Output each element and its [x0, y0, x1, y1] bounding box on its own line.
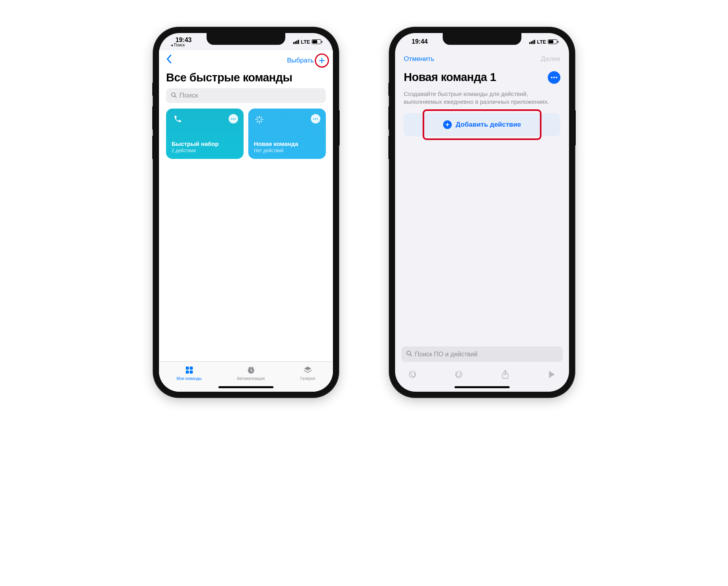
notch	[443, 33, 521, 45]
home-indicator[interactable]	[395, 382, 569, 392]
phone-mockup-right: 19:44 LTE Отменить Далее Новая команда 1…	[390, 28, 575, 397]
mute-switch	[388, 83, 390, 96]
search-placeholder: Поиск	[179, 92, 198, 100]
tile-more-button[interactable]: •••	[229, 114, 238, 123]
battery-icon	[548, 39, 557, 44]
shortcut-tile-speed-dial[interactable]: ••• Быстрый набор 2 действия	[166, 109, 244, 159]
shortcuts-grid: ••• Быстрый набор 2 действия •••	[159, 109, 333, 159]
description-text: Создавайте быстрые команды для действий,…	[395, 86, 569, 113]
select-button[interactable]: Выбрать	[287, 57, 314, 64]
network-label: LTE	[301, 39, 310, 45]
search-placeholder: Поиск ПО и действий	[415, 351, 477, 358]
search-icon	[406, 350, 412, 358]
tab-bar: Мои команды Автоматизация Галерея	[159, 361, 333, 382]
search-input[interactable]: Поиск	[166, 88, 326, 103]
tab-label: Автоматизация	[237, 376, 265, 381]
add-shortcut-button[interactable]: +	[319, 55, 325, 66]
add-action-label: Добавить действие	[456, 121, 521, 129]
notch	[207, 33, 285, 45]
mute-switch	[152, 83, 154, 96]
nav-bar: Выбрать +	[159, 50, 333, 70]
svg-rect-11	[190, 367, 193, 370]
phone-mockup-left: 19:43 ◂ Поиск LTE Выбрать +	[153, 28, 338, 397]
tab-gallery[interactable]: Галерея	[300, 365, 315, 381]
battery-icon	[312, 39, 321, 44]
clock-icon	[246, 365, 256, 375]
tile-subtitle: 2 действия	[172, 148, 238, 153]
plus-circle-icon: +	[443, 120, 452, 129]
undo-button[interactable]	[407, 369, 418, 380]
stack-icon	[303, 365, 313, 375]
power-button	[574, 110, 576, 146]
svg-rect-13	[190, 370, 193, 374]
svg-line-9	[261, 117, 262, 118]
next-button[interactable]: Далее	[541, 55, 560, 63]
run-button[interactable]	[546, 369, 557, 380]
svg-line-16	[410, 354, 412, 356]
breadcrumb-back-app[interactable]: ◂ Поиск	[168, 43, 185, 47]
shortcut-tile-new-command[interactable]: ••• Новая команда Нет действий	[248, 109, 326, 159]
add-action-button[interactable]: + Добавить действие	[404, 113, 560, 136]
svg-line-1	[175, 96, 176, 98]
redo-button[interactable]	[453, 369, 464, 380]
wand-icon	[254, 114, 265, 125]
power-button	[338, 110, 340, 146]
tab-my-shortcuts[interactable]: Мои команды	[177, 365, 201, 381]
home-indicator[interactable]	[159, 382, 333, 392]
shortcut-settings-button[interactable]	[548, 71, 560, 84]
volume-up	[152, 106, 154, 130]
svg-line-7	[261, 121, 262, 122]
grid-icon	[184, 365, 194, 375]
nav-bar: Отменить Далее	[395, 50, 569, 65]
search-icon	[171, 92, 177, 100]
tile-title: Быстрый набор	[172, 140, 238, 147]
svg-line-6	[257, 117, 258, 118]
cancel-button[interactable]: Отменить	[404, 55, 434, 63]
page-title: Все быстрые команды	[159, 70, 333, 88]
phone-icon	[172, 114, 183, 125]
back-button[interactable]	[165, 54, 172, 66]
status-time: 19:44	[405, 38, 428, 45]
volume-down	[388, 136, 390, 159]
tab-label: Галерея	[300, 376, 315, 381]
volume-down	[152, 136, 154, 159]
tile-title: Новая команда	[254, 140, 320, 147]
search-actions-input[interactable]: Поиск ПО и действий	[401, 346, 563, 362]
editor-toolbar	[395, 366, 569, 382]
svg-rect-12	[186, 370, 189, 374]
svg-rect-10	[186, 367, 189, 370]
svg-line-8	[257, 121, 258, 122]
tab-automation[interactable]: Автоматизация	[237, 365, 265, 381]
signal-icon	[293, 40, 299, 44]
network-label: LTE	[537, 39, 546, 45]
page-title: Новая команда 1	[404, 71, 496, 84]
chevron-left-icon	[165, 54, 172, 64]
tile-subtitle: Нет действий	[254, 148, 320, 153]
volume-up	[388, 106, 390, 130]
share-button[interactable]	[500, 369, 511, 380]
signal-icon	[529, 40, 535, 44]
plus-icon: +	[319, 54, 325, 66]
tab-label: Мои команды	[177, 376, 201, 381]
tile-more-button[interactable]: •••	[311, 114, 320, 123]
